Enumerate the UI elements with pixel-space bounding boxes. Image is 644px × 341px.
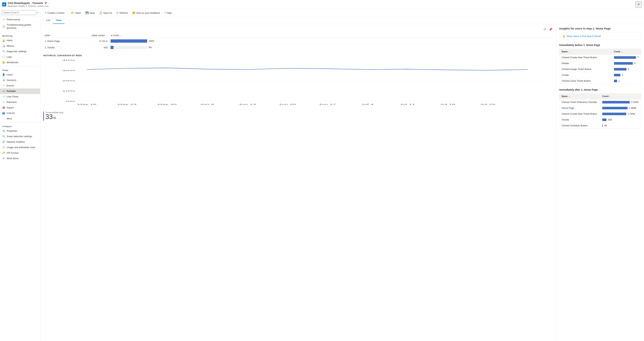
pin-icon[interactable]: 📌 [44, 2, 47, 5]
save-button[interactable]: 💾 Save [84, 10, 97, 15]
sidebar-item-networkisolation[interactable]: 🔗 Network Isolation [0, 139, 40, 145]
sidebar-item-usagecosts[interactable]: ⊙ Usage and estimated costs [0, 145, 40, 150]
conversion-bar [43, 112, 44, 121]
before-count-sort: ↑↓ [621, 51, 623, 53]
sidebar-item-workbooks[interactable]: 📒 Workbooks [0, 60, 40, 65]
apiaccess-icon: 🔑 [2, 151, 5, 154]
after-row-name-3: Tickets [560, 117, 600, 123]
more-icon[interactable]: ··· [48, 2, 50, 5]
alerts-icon: 🔔 [2, 39, 5, 42]
undo-button[interactable]: ↺ [543, 27, 546, 32]
svg-text:Jul 25: Jul 25 [480, 104, 495, 106]
plus-icon: + [45, 11, 46, 14]
open-button[interactable]: 📂 Open [70, 10, 83, 15]
sidebar-item-workitems[interactable]: ⚙ Work Items [0, 156, 40, 161]
smartdetection-icon: 🔍 [2, 135, 5, 138]
close-button[interactable]: ✕ [636, 1, 642, 8]
sidebar-item-performance[interactable]: ⚡ Performance [0, 17, 40, 22]
workitems-icon: ⚙ [2, 157, 5, 160]
sidebar-item-properties[interactable]: ⊞ Properties [0, 128, 40, 134]
sidebar-item-impact[interactable]: 🎯 Impact [0, 105, 40, 110]
users-icon: 👤 [2, 73, 5, 76]
after-mini-bar-0 [602, 101, 630, 104]
svg-text:Jul 4: Jul 4 [361, 104, 374, 106]
svg-text:Jun 20: Jun 20 [278, 104, 296, 106]
svg-text:20%: 20% [62, 80, 75, 82]
title-separator: | [31, 2, 31, 5]
after-table: Name ↑↓ Count ↑↓ [559, 93, 641, 129]
step-2-name: 2. Tickets [43, 44, 76, 51]
step-2-bar-fill [110, 46, 114, 49]
table-row: Clicked Close Ticket Button 1 [560, 78, 641, 84]
search-input[interactable] [2, 10, 36, 15]
before-mini-bar-1 [614, 62, 633, 65]
sidebar-item-smartdetection[interactable]: 🔍 Smart detection settings [0, 134, 40, 139]
chart-wrapper: 40% 30% 20% 10% 0% May 16 May 23 May 30 [43, 58, 553, 109]
conversion-rate: ConversionRate (Avg) 33 % [43, 112, 553, 121]
svg-text:May 23: May 23 [118, 104, 136, 106]
step-2-bar-cell: 8% [109, 44, 553, 51]
after-mini-bar-3 [602, 119, 606, 121]
tab-edit[interactable]: Edit [43, 17, 53, 24]
top-bar-left: CH1-RetailAppAI | Funnels 📌 ··· Applicat… [2, 2, 636, 7]
collapse-icon[interactable]: « [37, 11, 38, 14]
refresh-button[interactable]: ↻ Refresh [114, 10, 130, 15]
help-button[interactable]: ? Help [162, 10, 174, 15]
sidebar-item-events[interactable]: ⚡ Events [0, 83, 40, 89]
sidebar-item-alerts[interactable]: 🔔 Alerts [0, 38, 40, 43]
create-cohort-button[interactable]: + Create a Cohort [43, 10, 66, 15]
sidebar-item-more[interactable]: ··· More [0, 116, 40, 121]
sidebar-item-retention[interactable]: ↩ Retention [0, 99, 40, 105]
sidebar-item-diagnostic[interactable]: 🔧 Diagnostic settings [0, 49, 40, 54]
sidebar-item-funnels[interactable]: ≡ Funnels [0, 89, 40, 94]
insight-section: Insights for users in step 1. Home Page … [559, 27, 641, 40]
step-1-pct: 100% [149, 40, 156, 42]
save-as-button[interactable]: 📋 Save As [98, 10, 114, 15]
retention-icon: ↩ [2, 101, 5, 104]
funnels-icon: ≡ [2, 90, 5, 93]
before-table-section: Immediately before 1. Home Page Name ↑↓ [559, 44, 641, 84]
sidebar-item-users[interactable]: 👤 Users [0, 72, 40, 78]
before-mini-bar-4 [614, 80, 617, 82]
tab-view[interactable]: View [53, 17, 64, 24]
sidebar-item-metrics[interactable]: 📊 Metrics [0, 43, 40, 49]
before-count-val-0: 7 [638, 56, 639, 59]
before-row-count-3: 2 [612, 72, 641, 78]
step-1-count: 6.721 K [76, 38, 109, 44]
col-after-count[interactable]: Count ↑↓ [600, 94, 641, 99]
chart-actions: ↺ 📌 [43, 27, 553, 32]
before-mini-bar-0 [614, 56, 636, 59]
feedback-button[interactable]: 😊 Give us your feedback [130, 10, 162, 15]
sidebar-item-cohorts[interactable]: 👥 Cohorts [0, 110, 40, 116]
app-title-section: CH1-RetailAppAI | Funnels 📌 ··· Applicat… [8, 2, 50, 7]
feedback-icon: 😊 [132, 11, 135, 14]
svg-text:Jun 6: Jun 6 [200, 104, 214, 106]
svg-text:Jun 13: Jun 13 [238, 104, 256, 106]
sidebar-item-troubleshooting[interactable]: 📋 Troubleshooting guides (preview) [0, 22, 40, 31]
col-before-count[interactable]: Count ↑↓ [612, 49, 641, 55]
sidebar-item-sessions[interactable]: 🖥 Sessions [0, 78, 40, 83]
help-icon: ? [164, 11, 166, 14]
col-pct-total[interactable]: % TOTAL ↑↓ [109, 33, 553, 38]
usercount-sort-icon: ↑↓ [106, 35, 108, 37]
before-row-count-0: 7 [612, 55, 641, 61]
before-row-count-1: 6 [612, 61, 641, 66]
before-table: Name ↑↓ Count ↑↓ [559, 49, 641, 84]
insight-link[interactable]: 💡 Show users in first step in funnel [562, 35, 638, 38]
sidebar-item-userflows[interactable]: ↗ User Flows [0, 94, 40, 99]
right-panel: Insights for users in step 1. Home Page … [556, 24, 644, 341]
more-icon-sidebar: ··· [2, 117, 5, 120]
col-user-count[interactable]: USER COUNT ↑↓ [76, 33, 109, 38]
col-before-name[interactable]: Name ↑↓ [560, 49, 612, 55]
sidebar-item-apiaccess[interactable]: 🔑 API Access [0, 150, 40, 156]
after-count-val-3: 308 [608, 118, 612, 121]
sidebar-item-logs[interactable]: 📄 Logs [0, 54, 40, 60]
col-step[interactable]: STEP ↑↓ [43, 33, 76, 38]
info-icon: ℹ [26, 5, 27, 7]
table-row: Create 2 [560, 72, 641, 78]
pin-chart-button[interactable]: 📌 [548, 27, 553, 32]
col-after-name[interactable]: Name ↑↓ [560, 94, 600, 99]
folder-icon: 📂 [71, 11, 74, 14]
troubleshooting-icon: 📋 [2, 25, 5, 28]
save-icon: 💾 [86, 11, 88, 14]
